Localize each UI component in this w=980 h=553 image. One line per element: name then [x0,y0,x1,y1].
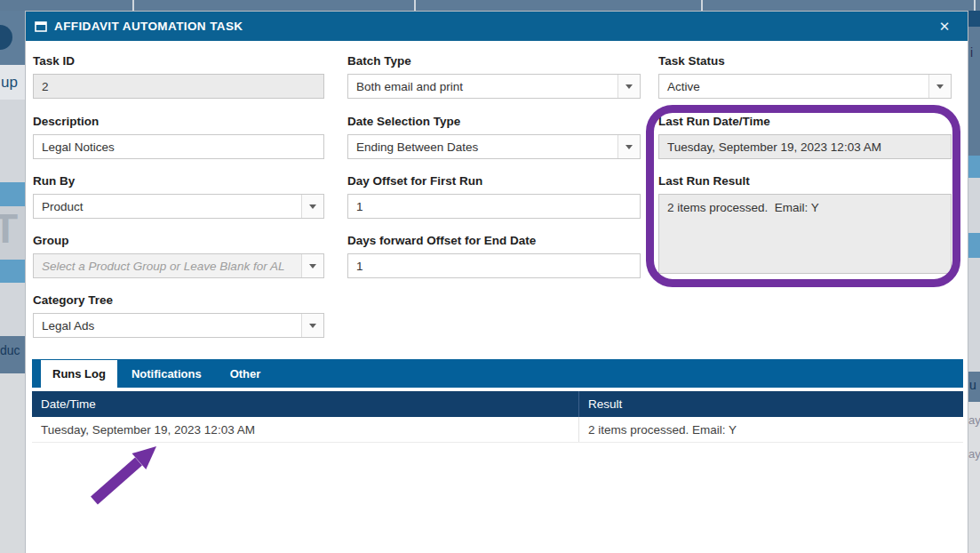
date-selection-type-select[interactable]: Ending Between Dates [347,134,641,159]
group-placeholder: Select a Product Group or Leave Blank fo… [42,260,284,273]
backdrop-text-fragment: T [0,208,18,249]
backdrop-block: T [0,206,25,260]
chevron-down-icon[interactable] [301,254,323,277]
runs-log-header-row: Date/Time Result [32,391,963,417]
field-day-offset-first-run: Day Offset for First Run 1 [347,174,641,219]
tab-notifications[interactable]: Notifications [117,360,216,388]
task-id-input: 2 [33,74,324,99]
date-selection-type-value: Ending Between Dates [356,140,478,154]
run-by-select[interactable]: Product [33,194,324,219]
field-last-run-datetime: Last Run Date/Time Tuesday, September 19… [658,115,952,159]
backdrop-block [0,283,25,336]
description-label: Description [33,115,324,128]
backdrop-block [0,100,25,182]
backdrop-top-strip [0,0,980,11]
day-offset-first-run-input[interactable]: 1 [347,194,641,219]
column-header-datetime: Date/Time [32,391,578,417]
date-selection-type-label: Date Selection Type [347,115,641,128]
backdrop-block [0,11,25,65]
field-category-tree: Category Tree Legal Ads [33,293,324,338]
group-label: Group [33,234,324,247]
field-last-run-result: Last Run Result 2 items processed. Email… [658,174,952,274]
backdrop-block: ay ay [968,402,980,553]
backdrop-separator [974,0,976,11]
field-run-by: Run By Product [33,174,324,219]
day-offset-first-run-value: 1 [356,200,363,213]
tab-strip: Runs Log Notifications Other [32,359,963,389]
task-id-value: 2 [42,80,49,93]
backdrop-block [968,233,980,258]
chevron-down-icon[interactable] [301,314,323,337]
field-description: Description Legal Notices [33,115,324,159]
field-days-forward-offset: Days forward Offset for End Date 1 [347,234,641,278]
run-by-label: Run By [33,174,324,188]
description-value: Legal Notices [42,140,115,154]
backdrop-text-fragment: i [970,46,973,59]
category-tree-label: Category Tree [33,293,324,307]
last-run-result-textarea: 2 items processed. Email: Y [658,194,952,274]
task-id-label: Task ID [33,54,324,68]
row-datetime-cell: Tuesday, September 19, 2023 12:03 AM [32,417,578,442]
group-select[interactable]: Select a Product Group or Leave Blank fo… [33,253,324,278]
close-icon[interactable]: ✕ [934,16,955,37]
batch-type-select[interactable]: Both email and print [347,74,641,99]
chevron-down-icon[interactable] [928,75,951,98]
category-tree-select[interactable]: Legal Ads [33,313,324,338]
backdrop-block [0,260,25,283]
backdrop-separator [414,0,416,11]
backdrop-text-fragment: u [969,379,976,391]
days-forward-offset-label: Days forward Offset for End Date [347,234,641,247]
task-status-value: Active [667,80,700,93]
day-offset-first-run-label: Day Offset for First Run [347,174,641,188]
backdrop-text-fragment: up [1,75,18,90]
backdrop-block: duc [0,336,25,373]
last-run-datetime-value: Tuesday, September 19, 2023 12:03 AM [667,140,881,154]
last-run-result-value: 2 items processed. Email: Y [667,201,819,214]
runs-log-row[interactable]: Tuesday, September 19, 2023 12:03 AM 2 i… [32,417,963,443]
tab-other[interactable]: Other [216,360,275,388]
days-forward-offset-input[interactable]: 1 [347,253,641,278]
field-task-status: Task Status Active [658,54,952,99]
category-tree-value: Legal Ads [42,319,94,333]
backdrop-block [968,178,980,233]
backdrop-block [0,373,25,553]
batch-type-label: Batch Type [347,54,641,68]
backdrop-text-fragment: duc [0,344,20,357]
last-run-datetime-input: Tuesday, September 19, 2023 12:03 AM [658,134,952,159]
field-date-selection-type: Date Selection Type Ending Between Dates [347,115,641,159]
backdrop-separator [701,0,703,11]
backdrop-separator [132,0,134,11]
task-status-label: Task Status [658,54,952,68]
backdrop-block [968,156,980,178]
field-task-id: Task ID 2 [33,54,324,99]
dialog-titlebar: AFFIDAVIT AUTOMATION TASK ✕ [26,12,968,41]
backdrop-text-fragment: ay [968,448,980,460]
window-icon [35,21,47,32]
chevron-down-icon[interactable] [301,195,323,218]
backdrop-block [968,11,980,27]
field-batch-type: Batch Type Both email and print [347,54,641,99]
tab-runs-log[interactable]: Runs Log [41,360,117,388]
last-run-result-label: Last Run Result [658,174,952,188]
row-result-cell: 2 items processed. Email: Y [578,417,963,442]
backdrop-block [0,182,25,206]
dialog-title: AFFIDAVIT AUTOMATION TASK [54,20,243,33]
days-forward-offset-value: 1 [356,260,363,273]
run-by-value: Product [42,200,84,213]
field-group: Group Select a Product Group or Leave Bl… [33,234,324,278]
backdrop-logo-fragment [0,25,12,50]
chevron-down-icon[interactable] [617,135,640,158]
affidavit-task-dialog: AFFIDAVIT AUTOMATION TASK ✕ Task ID 2 De… [25,11,968,553]
chevron-down-icon[interactable] [617,75,640,98]
last-run-datetime-label: Last Run Date/Time [658,115,952,128]
batch-type-value: Both email and print [356,80,463,93]
backdrop-block: up [0,65,25,100]
backdrop-text-fragment: ay [968,414,980,426]
task-status-select[interactable]: Active [658,74,952,99]
description-input[interactable]: Legal Notices [33,134,324,159]
backdrop-block: u [968,372,980,402]
column-header-result: Result [578,391,963,417]
backdrop-block: i [968,27,980,156]
backdrop-block [968,258,980,372]
